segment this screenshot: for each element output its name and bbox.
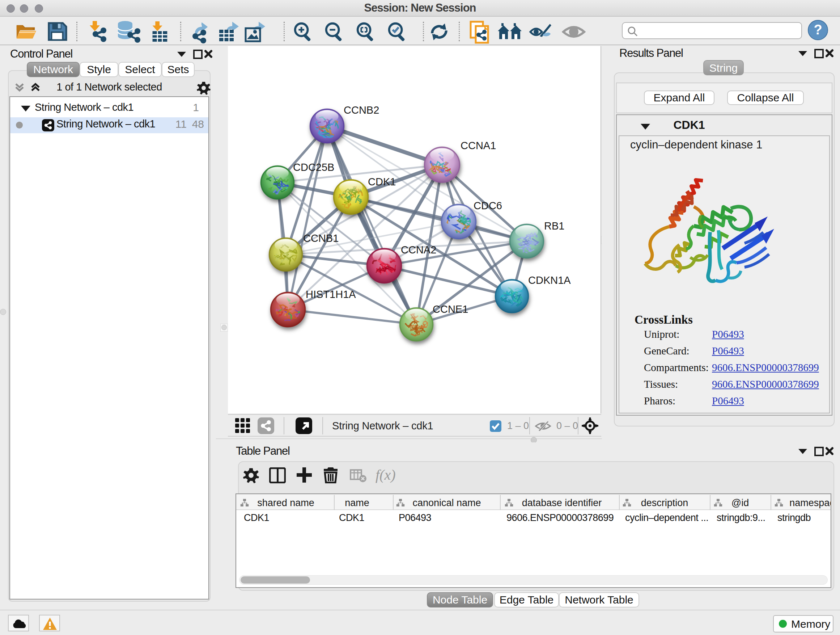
svg-text:CCNA1: CCNA1: [461, 140, 496, 151]
svg-text:CCNE1: CCNE1: [433, 303, 468, 315]
svg-text:CDKN1A: CDKN1A: [528, 274, 571, 286]
svg-text:HIST1H1A: HIST1H1A: [306, 288, 356, 300]
svg-text:CCNB1: CCNB1: [303, 233, 339, 244]
svg-text:RB1: RB1: [544, 220, 564, 232]
svg-text:CCNA2: CCNA2: [401, 244, 436, 256]
svg-text:CDK1: CDK1: [368, 176, 396, 187]
svg-text:CDC6: CDC6: [474, 200, 502, 211]
svg-text:?: ?: [813, 22, 822, 37]
svg-text:CCNB2: CCNB2: [344, 104, 379, 116]
svg-text:CDC25B: CDC25B: [293, 162, 334, 173]
